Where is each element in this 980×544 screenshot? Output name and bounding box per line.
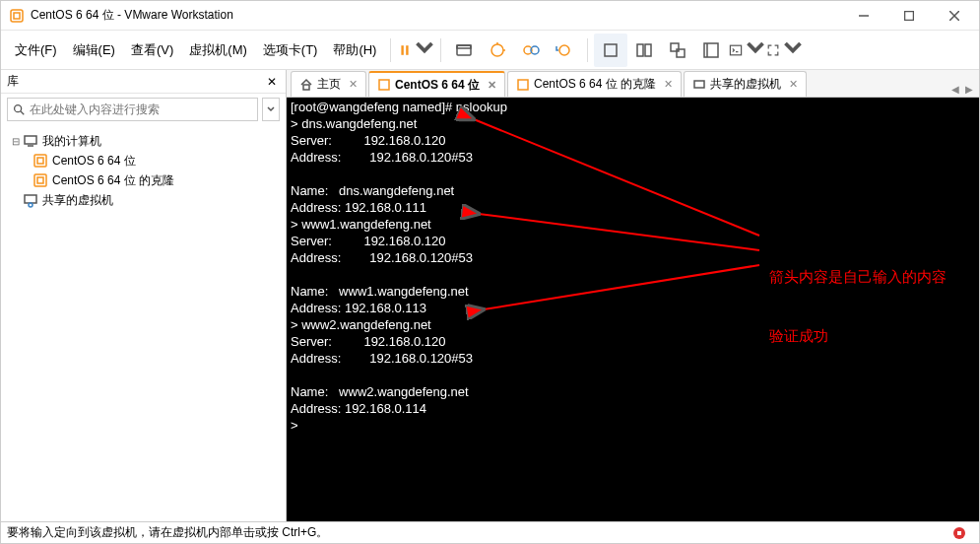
tab-label: CentOS 6 64 位 的克隆 [534, 76, 656, 93]
svg-line-23 [21, 111, 25, 115]
svg-rect-15 [637, 44, 643, 56]
tree-label: CentOS 6 64 位 [52, 153, 136, 170]
tree-label: CentOS 6 64 位 的克隆 [52, 172, 174, 189]
annotation-line-1: 箭头内容是自己输入的内容 [769, 267, 947, 287]
terminal[interactable]: [root@wangdefeng named]# nslookup > dns.… [287, 98, 979, 521]
tab-close-icon[interactable]: ✕ [664, 78, 673, 91]
tab-shared[interactable]: 共享的虚拟机 ✕ [684, 71, 807, 97]
svg-rect-16 [645, 44, 651, 56]
search-box[interactable] [7, 98, 258, 121]
svg-point-31 [29, 203, 33, 207]
tree-label: 共享的虚拟机 [42, 192, 113, 209]
separator [587, 38, 588, 62]
vm-icon [377, 78, 391, 92]
sidebar-header: 库 ✕ [1, 70, 286, 94]
close-button[interactable] [932, 1, 977, 31]
svg-rect-14 [605, 44, 617, 56]
svg-point-13 [559, 45, 569, 55]
svg-rect-26 [34, 155, 46, 167]
menu-tabs[interactable]: 选项卡(T) [255, 37, 326, 63]
snapshot-button[interactable] [481, 34, 514, 67]
svg-rect-27 [37, 158, 43, 164]
vm-icon [33, 153, 48, 169]
revert-snapshot-button[interactable] [548, 34, 581, 67]
chevron-down-icon [415, 38, 434, 62]
send-ctrl-alt-del-button[interactable] [447, 34, 481, 67]
stretch-button[interactable] [765, 34, 803, 67]
svg-rect-9 [457, 45, 471, 48]
sidebar-close-button[interactable]: ✕ [264, 75, 280, 89]
menu-help[interactable]: 帮助(H) [325, 37, 384, 63]
console-view-button[interactable] [728, 34, 765, 67]
computer-icon [23, 133, 38, 149]
menubar: 文件(F) 编辑(E) 查看(V) 虚拟机(M) 选项卡(T) 帮助(H) [1, 31, 979, 70]
library-tree: ⊟ 我的计算机 CentOS 6 64 位 CentOS 6 64 位 的克隆 … [1, 125, 286, 521]
vm-icon [33, 172, 48, 188]
svg-rect-33 [379, 80, 389, 90]
tab-vm1[interactable]: CentOS 6 64 位 ✕ [368, 71, 505, 97]
svg-rect-30 [25, 195, 36, 203]
tab-next-button[interactable]: ▶ [963, 82, 975, 97]
app-icon [9, 8, 25, 24]
tab-close-icon[interactable]: ✕ [349, 78, 358, 91]
svg-rect-32 [303, 85, 309, 90]
window-title: CentOS 6 64 位 - VMware Workstation [31, 7, 841, 24]
sidebar: 库 ✕ ⊟ 我的计算机 CentOS 6 64 位 CentOS 6 64 位 … [1, 70, 287, 521]
svg-rect-34 [518, 80, 528, 90]
terminal-output: [root@wangdefeng named]# nslookup > dns.… [291, 100, 507, 433]
shared-icon [23, 192, 38, 208]
svg-line-39 [484, 265, 759, 309]
svg-point-22 [15, 105, 22, 112]
minimize-button[interactable] [841, 1, 886, 31]
tab-label: 主页 [317, 76, 341, 93]
separator [390, 38, 391, 62]
search-icon [12, 102, 26, 116]
search-input[interactable] [30, 102, 257, 116]
view-tiled-button[interactable] [627, 34, 661, 67]
tab-close-icon[interactable]: ✕ [488, 79, 496, 92]
svg-rect-19 [704, 43, 718, 57]
svg-line-37 [474, 119, 759, 236]
search-dropdown-button[interactable] [262, 98, 280, 121]
menu-file[interactable]: 文件(F) [7, 37, 65, 63]
tree-node-vm2[interactable]: CentOS 6 64 位 的克隆 [5, 170, 282, 190]
record-indicator-icon [953, 527, 965, 539]
tab-prev-button[interactable]: ◀ [949, 82, 961, 97]
pause-button[interactable] [397, 34, 434, 67]
status-text: 要将输入定向到该虚拟机，请在虚拟机内部单击或按 Ctrl+G。 [7, 524, 328, 541]
svg-rect-17 [671, 43, 679, 51]
svg-rect-20 [731, 45, 742, 55]
svg-rect-28 [34, 174, 46, 186]
tree-node-vm1[interactable]: CentOS 6 64 位 [5, 151, 282, 170]
menu-vm[interactable]: 虚拟机(M) [181, 37, 255, 63]
tab-bar: 主页 ✕ CentOS 6 64 位 ✕ CentOS 6 64 位 的克隆 ✕… [287, 70, 979, 98]
svg-rect-3 [905, 11, 914, 20]
tree-node-shared[interactable]: 共享的虚拟机 [5, 190, 282, 210]
collapse-icon[interactable]: ⊟ [9, 136, 23, 147]
svg-rect-0 [11, 10, 23, 22]
menu-edit[interactable]: 编辑(E) [65, 37, 123, 63]
svg-rect-24 [25, 136, 36, 144]
fullscreen-button[interactable] [694, 34, 728, 67]
tab-home[interactable]: 主页 ✕ [291, 71, 366, 97]
annotation-line-2: 验证成功 [769, 326, 947, 346]
view-unity-button[interactable] [661, 34, 694, 67]
chevron-down-icon [783, 38, 803, 62]
tab-vm2[interactable]: CentOS 6 64 位 的克隆 ✕ [507, 71, 682, 97]
view-single-button[interactable] [594, 34, 627, 67]
tree-label: 我的计算机 [42, 133, 101, 150]
maximize-button[interactable] [886, 1, 932, 31]
svg-rect-1 [14, 13, 20, 19]
tree-node-my-computer[interactable]: ⊟ 我的计算机 [5, 131, 282, 151]
home-icon [299, 78, 313, 92]
menu-view[interactable]: 查看(V) [123, 37, 181, 63]
svg-rect-35 [694, 81, 704, 88]
svg-line-38 [479, 214, 759, 250]
main-area: 主页 ✕ CentOS 6 64 位 ✕ CentOS 6 64 位 的克隆 ✕… [287, 70, 979, 521]
sidebar-title: 库 [7, 73, 264, 90]
snapshot-manager-button[interactable] [514, 34, 548, 67]
svg-rect-18 [677, 49, 685, 57]
tab-close-icon[interactable]: ✕ [789, 78, 798, 91]
chevron-down-icon [746, 38, 765, 62]
shared-icon [692, 78, 706, 92]
